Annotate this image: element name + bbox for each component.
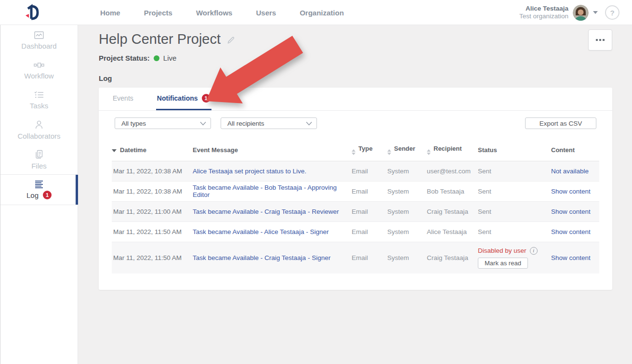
cell-sender: System — [387, 242, 427, 273]
type-filter-value: All types — [121, 120, 146, 127]
log-tabs: Events Notifications 1 — [99, 88, 612, 111]
sidebar-item-files[interactable]: Files — [0, 144, 78, 174]
notifications-table: Datetime Event Message Type Sender Recip… — [112, 140, 599, 273]
column-label: Event Message — [193, 146, 238, 154]
cell-datetime: Mar 11, 2022, 11:50 AM — [112, 242, 193, 273]
filter-bar: All types All recipients Export as CSV — [99, 117, 612, 129]
main-nav: Home Projects Workflows Users Organizati… — [100, 0, 344, 25]
column-header-datetime[interactable]: Datetime — [112, 140, 193, 161]
logo-icon — [23, 4, 40, 21]
sidebar-item-log[interactable]: Log 1 — [0, 175, 78, 205]
event-message-link[interactable]: Task became Available - Craig Testaaja -… — [193, 254, 330, 261]
table-row: Mar 11, 2022, 11:00 AM Task became Avail… — [112, 201, 599, 221]
column-header-status: Status — [478, 140, 551, 161]
chevron-down-icon — [306, 121, 312, 126]
sort-both-icon — [427, 149, 431, 155]
column-header-recipient[interactable]: Recipient — [427, 140, 478, 161]
event-message-link[interactable]: Task became Available - Bob Testaaja - A… — [193, 184, 337, 198]
cell-status: Sent — [478, 181, 551, 201]
cell-sender: System — [387, 221, 427, 242]
sort-both-icon — [387, 149, 391, 155]
avatar-image — [573, 5, 589, 21]
content-link[interactable]: Not available — [551, 168, 589, 175]
page-title: Help Center Project — [99, 31, 221, 47]
column-label: Datetime — [120, 146, 146, 154]
app-logo[interactable] — [23, 4, 40, 21]
sidebar-item-label: Tasks — [30, 102, 48, 110]
sidebar-divider — [0, 205, 78, 205]
project-menu-button[interactable] — [588, 29, 612, 51]
ellipsis-icon — [599, 39, 601, 41]
nav-item-projects[interactable]: Projects — [144, 9, 172, 17]
avatar[interactable] — [573, 5, 589, 21]
nav-item-home[interactable]: Home — [100, 9, 120, 17]
log-badge: 1 — [43, 191, 52, 199]
cell-status: Sent — [478, 201, 551, 221]
recipient-filter-value: All recipients — [227, 120, 264, 127]
ellipsis-icon — [596, 39, 598, 41]
table-row: Mar 11, 2022, 10:38 AM Alice Testaaja se… — [112, 161, 599, 181]
cell-type: Email — [352, 201, 387, 221]
event-message-link[interactable]: Task became Available - Craig Testaaja -… — [193, 208, 339, 215]
table-header-row: Datetime Event Message Type Sender Recip… — [112, 140, 599, 161]
cell-status: Sent — [478, 221, 551, 242]
log-section-heading: Log — [99, 74, 632, 82]
column-label: Type — [358, 145, 372, 152]
column-header-type[interactable]: Type — [352, 140, 387, 161]
main-content: Help Center Project Project Status: Live… — [79, 25, 632, 364]
content-link[interactable]: Show content — [551, 254, 591, 261]
column-label: Recipient — [434, 145, 462, 152]
column-label: Content — [551, 146, 575, 154]
sidebar-item-collaborators[interactable]: Collaborators — [0, 115, 78, 144]
info-icon[interactable]: i — [530, 247, 538, 255]
cell-datetime: Mar 11, 2022, 11:50 AM — [112, 221, 193, 242]
edit-title-icon[interactable] — [226, 36, 236, 45]
content-link[interactable]: Show content — [551, 228, 591, 235]
table-row: Mar 11, 2022, 11:50 AM Task became Avail… — [112, 242, 599, 273]
sidebar-item-tasks[interactable]: Tasks — [0, 85, 78, 115]
nav-item-workflows[interactable]: Workflows — [196, 9, 233, 17]
help-button[interactable]: ? — [605, 5, 619, 20]
collaborators-icon — [33, 119, 45, 130]
tasks-icon — [33, 90, 45, 100]
chevron-down-icon — [200, 121, 206, 126]
sort-desc-icon — [112, 149, 117, 152]
card-bottom-spacer — [99, 273, 612, 290]
event-message-link[interactable]: Alice Testaaja set project status to Liv… — [193, 168, 306, 175]
content-link[interactable]: Show content — [551, 188, 591, 195]
column-header-sender[interactable]: Sender — [387, 140, 427, 161]
export-csv-button[interactable]: Export as CSV — [525, 117, 596, 129]
cell-sender: System — [387, 161, 427, 181]
log-icon — [33, 180, 45, 189]
column-label: Status — [478, 146, 497, 154]
user-menu-caret-icon[interactable] — [593, 11, 598, 14]
user-info: Alice Testaaja Test organization — [519, 5, 568, 20]
user-area: Alice Testaaja Test organization ? — [519, 0, 619, 25]
content-link[interactable]: Show content — [551, 208, 591, 215]
nav-item-users[interactable]: Users — [256, 9, 276, 17]
cell-type: Email — [352, 242, 387, 273]
cell-status: Sent — [478, 161, 551, 181]
mark-as-read-button[interactable]: Mark as read — [478, 258, 528, 269]
event-message-link[interactable]: Task became Available - Alice Testaaja -… — [193, 228, 329, 235]
files-icon — [33, 149, 45, 160]
cell-datetime: Mar 11, 2022, 10:38 AM — [112, 161, 193, 181]
sidebar-item-label: Workflow — [24, 72, 53, 80]
sidebar-item-dashboard[interactable]: Dashboard — [0, 25, 78, 55]
project-status-label: Project Status: — [99, 54, 150, 62]
cell-type: Email — [352, 221, 387, 242]
nav-item-organization[interactable]: Organization — [300, 9, 344, 17]
cell-recipient: Alice Testaaja — [427, 221, 478, 242]
cell-recipient: Craig Testaaja — [427, 242, 478, 273]
sort-both-icon — [352, 149, 356, 155]
sidebar: Dashboard Workflow Tasks Collaborators — [0, 25, 78, 364]
sidebar-item-workflow[interactable]: Workflow — [0, 55, 78, 85]
column-label: Sender — [394, 145, 415, 152]
type-filter-dropdown[interactable]: All types — [115, 117, 211, 129]
log-card: Events Notifications 1 All types All rec… — [99, 88, 612, 290]
cell-recipient: Craig Testaaja — [427, 201, 478, 221]
cell-datetime: Mar 11, 2022, 11:00 AM — [112, 201, 193, 221]
tab-notifications[interactable]: Notifications 1 — [156, 88, 211, 110]
recipient-filter-dropdown[interactable]: All recipients — [221, 117, 317, 129]
tab-events[interactable]: Events — [112, 88, 134, 110]
